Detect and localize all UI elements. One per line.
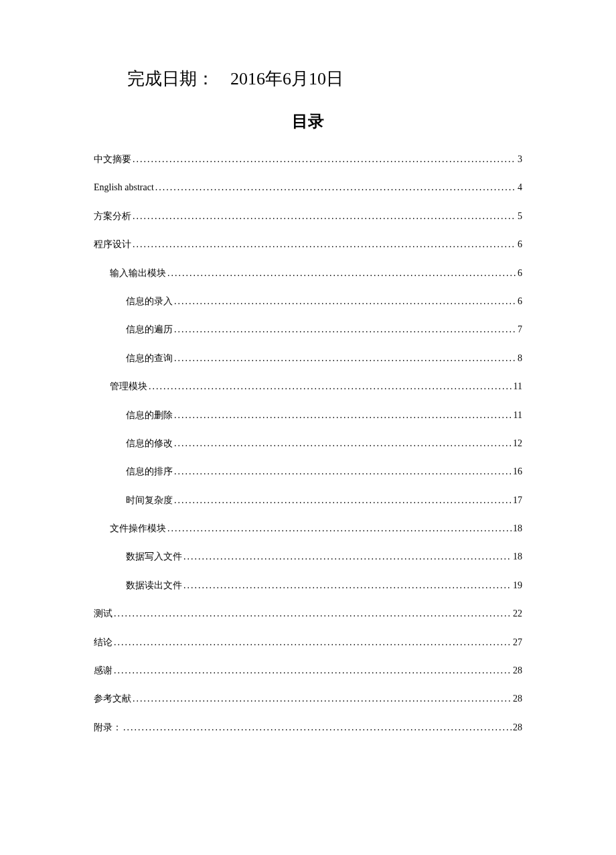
toc-entry-page: 16 (513, 464, 522, 479)
toc-dots (183, 578, 512, 593)
toc-entry-page: 22 (513, 606, 522, 621)
toc-entry-label: 信息的排序 (126, 464, 173, 479)
toc-dots (167, 266, 516, 281)
toc-entry[interactable]: 附录：28 (94, 720, 522, 735)
toc-entry[interactable]: 测试22 (94, 606, 522, 621)
toc-dots (133, 237, 516, 252)
toc-entry[interactable]: 中文摘要3 (94, 152, 522, 167)
toc-entry-label: English abstract (94, 180, 154, 195)
toc-entry-page: 11 (514, 379, 522, 394)
toc-entry-label: 方案分析 (94, 209, 131, 224)
toc-entry-label: 数据读出文件 (126, 578, 182, 593)
toc-entry-label: 信息的修改 (126, 436, 173, 451)
completion-date-value: 2016年6月10日 (230, 69, 343, 88)
toc-entry[interactable]: 感谢28 (94, 663, 522, 678)
toc-entry[interactable]: 时间复杂度17 (126, 493, 522, 508)
toc-entry[interactable]: 参考文献28 (94, 692, 522, 706)
toc-entry-label: 数据写入文件 (126, 549, 182, 564)
toc-entry[interactable]: 文件操作模块18 (110, 521, 522, 536)
toc-entry[interactable]: 输入输出模块6 (110, 266, 522, 281)
toc-entry[interactable]: 信息的删除11 (126, 408, 522, 423)
toc-dots (174, 351, 516, 366)
toc-entry-page: 6 (518, 266, 522, 281)
toc-entry-label: 管理模块 (110, 379, 147, 394)
toc-entry-page: 6 (518, 294, 522, 309)
toc-entry-page: 5 (518, 209, 522, 224)
toc-entry-label: 时间复杂度 (126, 493, 173, 508)
toc-entry-label: 附录： (94, 720, 122, 735)
toc-dots (174, 322, 516, 337)
toc-entry-page: 11 (514, 408, 522, 423)
toc-dots (174, 493, 512, 508)
toc-entry[interactable]: 数据写入文件18 (126, 549, 522, 564)
toc-entry[interactable]: 程序设计6 (94, 237, 522, 252)
toc-entry-label: 信息的查询 (126, 351, 173, 366)
toc-entry-page: 3 (518, 152, 522, 167)
toc-title: 目录 (94, 111, 522, 132)
toc-dots (174, 294, 516, 309)
toc-entry-label: 文件操作模块 (110, 521, 166, 536)
toc-dots (174, 436, 512, 451)
toc-dots (167, 521, 512, 536)
toc-dots (133, 152, 516, 167)
toc-entry-page: 8 (518, 351, 522, 366)
toc-dots (133, 209, 516, 224)
toc-entry-page: 19 (513, 578, 522, 593)
toc-dots (155, 180, 516, 195)
toc-entry-page: 17 (513, 493, 522, 508)
toc-dots (114, 635, 512, 650)
toc-entry[interactable]: 数据读出文件19 (126, 578, 522, 593)
toc-entry-page: 28 (513, 692, 522, 706)
toc-dots (183, 549, 512, 564)
toc-dots (174, 464, 512, 479)
toc-entry-label: 参考文献 (94, 692, 131, 706)
toc-dots (114, 606, 512, 621)
toc-entry-label: 程序设计 (94, 237, 131, 252)
toc-entry-page: 6 (518, 237, 522, 252)
toc-entry[interactable]: 方案分析5 (94, 209, 522, 224)
completion-date-line: 完成日期：2016年6月10日 (127, 67, 522, 90)
toc-dots (149, 379, 512, 394)
toc-entry[interactable]: 信息的排序16 (126, 464, 522, 479)
toc-dots (133, 692, 512, 706)
toc-entry[interactable]: 信息的遍历7 (126, 322, 522, 337)
toc-entry-label: 测试 (94, 606, 112, 621)
toc-entry-label: 输入输出模块 (110, 266, 166, 281)
toc-entry-page: 28 (513, 663, 522, 678)
completion-date-label: 完成日期： (127, 69, 214, 88)
toc-entry-label: 感谢 (94, 663, 112, 678)
toc-entry[interactable]: 管理模块11 (110, 379, 522, 394)
toc-entry-label: 结论 (94, 635, 112, 650)
toc-entry[interactable]: 信息的修改12 (126, 436, 522, 451)
toc-entry-label: 信息的录入 (126, 294, 173, 309)
toc-entry[interactable]: 信息的查询8 (126, 351, 522, 366)
toc-entry-page: 7 (518, 322, 522, 337)
toc-dots (123, 720, 512, 735)
toc-entry-page: 4 (518, 180, 522, 195)
toc-entry-page: 28 (513, 720, 522, 735)
toc-entry-page: 18 (513, 549, 522, 564)
toc-entry-page: 12 (513, 436, 522, 451)
toc-entry-page: 18 (513, 521, 522, 536)
toc-entry-page: 27 (513, 635, 522, 650)
toc-dots (114, 663, 512, 678)
toc-entry-label: 中文摘要 (94, 152, 131, 167)
toc-dots (174, 408, 512, 423)
toc-entry[interactable]: 信息的录入6 (126, 294, 522, 309)
toc-entry-label: 信息的删除 (126, 408, 173, 423)
toc-entry[interactable]: English abstract4 (94, 180, 522, 195)
table-of-contents: 中文摘要3English abstract4方案分析5程序设计6输入输出模块6信… (94, 152, 522, 735)
toc-entry[interactable]: 结论27 (94, 635, 522, 650)
toc-entry-label: 信息的遍历 (126, 322, 173, 337)
